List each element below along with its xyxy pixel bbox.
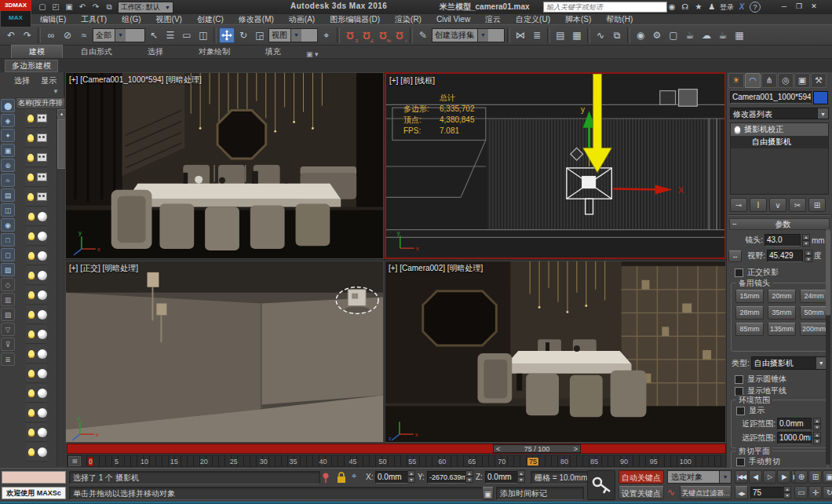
display-cameras-toggle[interactable]: ▣ [1, 144, 15, 157]
go-to-start-button[interactable]: |◀◀ [735, 470, 748, 484]
explorer-collapse-icon[interactable]: ▼ [53, 88, 59, 95]
scene-object-row[interactable] [25, 109, 47, 128]
menu-item[interactable]: 修改器(M) [232, 14, 281, 24]
stock-lens-button[interactable]: 15mm [735, 290, 764, 303]
orbit-button[interactable]: ↻ [823, 486, 832, 499]
display-helpers-toggle[interactable]: ⊕ [1, 159, 15, 172]
x-spinner[interactable] [407, 470, 415, 483]
visibility-bulb-icon[interactable] [28, 389, 35, 397]
far-range-field[interactable]: 1000.0mm [777, 432, 812, 444]
viewport-orthographic[interactable]: xy [+] [正交] [明暗处理] [65, 261, 384, 443]
search-input[interactable] [543, 2, 667, 13]
visibility-bulb-icon[interactable] [28, 232, 35, 240]
project-workspace-icon[interactable]: ⧉ [103, 2, 115, 13]
curve-editor-button[interactable]: ∿ [593, 27, 608, 43]
bind-to-space-warp-button[interactable]: ≈ [76, 27, 92, 43]
show-horizon-checkbox[interactable] [735, 387, 743, 396]
play-button[interactable]: ▷ [763, 470, 776, 484]
show-end-result-button[interactable]: Ⅰ [750, 198, 767, 212]
visibility-bulb-icon[interactable] [28, 331, 35, 338]
x-coordinate-field[interactable]: 0.0mm [375, 471, 408, 484]
visibility-bulb-icon[interactable] [27, 115, 34, 122]
stock-lens-button[interactable]: 200mm [800, 323, 828, 336]
scene-object-row[interactable] [26, 364, 47, 383]
display-shapes-toggle[interactable]: ◈ [1, 114, 15, 127]
far-range-spinner[interactable] [813, 432, 821, 444]
menu-item[interactable]: 创建(C) [190, 14, 231, 24]
set-key-button[interactable]: 设置关键点 [619, 486, 664, 499]
previous-frame-button[interactable]: ◀| [749, 470, 762, 484]
modifier-stack-row[interactable]: 摄影机校正 [731, 123, 828, 136]
ribbon-tab[interactable]: 建模 [11, 45, 63, 58]
menu-item[interactable]: 渲染(R) [388, 14, 429, 24]
restore-button[interactable]: ❐ [792, 2, 806, 13]
maxscript-mini-listener[interactable] [2, 471, 66, 484]
display-lights-toggle[interactable]: ✦ [1, 129, 15, 142]
scene-object-row[interactable] [26, 404, 47, 422]
lens-field[interactable]: 43.0 [764, 234, 801, 247]
rectangular-selection-button[interactable]: ▭ [179, 27, 195, 43]
layer-manager-button[interactable]: ▤ [553, 27, 568, 43]
display-containers-toggle[interactable]: □ [1, 233, 15, 247]
explorer-display-menu[interactable]: 显示 [41, 75, 57, 86]
scene-object-row[interactable] [26, 227, 47, 246]
explorer-select-menu[interactable]: 选择 [14, 75, 30, 86]
lens-spinner[interactable] [802, 234, 810, 247]
move-button[interactable] [219, 27, 235, 43]
viewport1-label[interactable]: [+] [Camera001_1000*594] [明暗处理] [69, 75, 202, 86]
scrollbar-thumb[interactable] [826, 229, 830, 316]
ribbon-tab[interactable]: 选择 [130, 46, 181, 58]
visibility-bulb-icon[interactable] [28, 272, 35, 279]
menu-item[interactable]: 自定义(U) [509, 14, 557, 24]
rotate-button[interactable]: ↻ [235, 27, 251, 43]
display-frozen-toggle[interactable]: ◻ [1, 248, 15, 261]
make-unique-button[interactable]: ∨ [769, 198, 786, 212]
display-groups-toggle[interactable]: ▤ [1, 188, 15, 202]
visibility-bulb-icon[interactable] [28, 252, 35, 260]
stock-lens-button[interactable]: 35mm [768, 306, 796, 320]
key-mode-toggle-button[interactable]: ◀▶ [735, 486, 748, 499]
save-file-icon[interactable]: ▣ [63, 2, 75, 13]
exchange-apps-icon[interactable]: X [735, 2, 748, 13]
tab-motion[interactable]: ◎ [778, 73, 794, 88]
time-tag-icon[interactable]: ▣ [482, 487, 494, 500]
sign-in-icon[interactable]: ♟ [706, 2, 718, 13]
explorer-name-column-header[interactable]: 名称(按升序排 [16, 97, 65, 109]
default-tangent-icon[interactable]: ∿ [667, 487, 677, 498]
scene-object-row[interactable] [26, 207, 47, 226]
tab-modify[interactable]: ◠ [745, 73, 761, 88]
stock-lens-button[interactable]: 50mm [800, 306, 828, 320]
z-coordinate-field[interactable]: 0.0mm [485, 471, 518, 484]
new-file-icon[interactable]: ▢ [36, 2, 49, 13]
frame-spinner[interactable] [783, 486, 791, 499]
display-materials-toggle[interactable]: ◇ [1, 278, 15, 291]
angle-snap-button[interactable]: Ω∠ [359, 27, 374, 43]
time-slider-handle[interactable]: < 75 / 100 > [493, 444, 581, 453]
modifier-list-dropdown[interactable]: 修改器列表 ▼ [730, 108, 829, 119]
configure-modifier-sets-button[interactable]: ⊞ [808, 198, 826, 212]
zoom-extents-button[interactable]: ▣ [823, 470, 832, 484]
3dsmax-logo[interactable]: 3DMAX MAX [0, 0, 31, 27]
selection-lock-icon[interactable] [336, 472, 347, 485]
stock-lens-button[interactable]: 85mm [735, 323, 764, 336]
rendered-frame-window-button[interactable]: ▢ [666, 27, 681, 43]
key-mode-dropdown[interactable]: 选定对象 ▼ [667, 470, 732, 484]
material-editor-button[interactable]: ◉ [633, 27, 648, 43]
display-bones-toggle[interactable]: ◉ [1, 218, 15, 232]
visibility-bulb-icon[interactable] [27, 193, 34, 201]
tab-create[interactable]: ☀ [728, 73, 744, 88]
polygon-modeling-tab[interactable]: 多边形建模 [5, 60, 58, 72]
stock-lens-button[interactable]: 20mm [768, 290, 796, 303]
window-crossing-button[interactable]: ◫ [195, 27, 211, 43]
scene-object-row[interactable] [26, 266, 47, 285]
object-name-field[interactable]: Camera001_1000*594 [730, 91, 812, 104]
key-filters-button[interactable]: 关键点过滤器... [680, 486, 732, 499]
align-button[interactable]: ≣ [529, 27, 545, 43]
pin-stack-button[interactable]: ⊸ [730, 198, 747, 212]
scene-object-row[interactable] [26, 247, 47, 265]
menu-item[interactable]: 视图(V) [149, 14, 189, 24]
sort-list-button[interactable]: ≣ [1, 352, 15, 366]
add-time-tag[interactable]: 添加时间标记 [496, 487, 584, 500]
use-pivot-center-button[interactable]: ⌖ [319, 27, 334, 43]
communication-center-icon[interactable]: ☊ [679, 2, 692, 13]
